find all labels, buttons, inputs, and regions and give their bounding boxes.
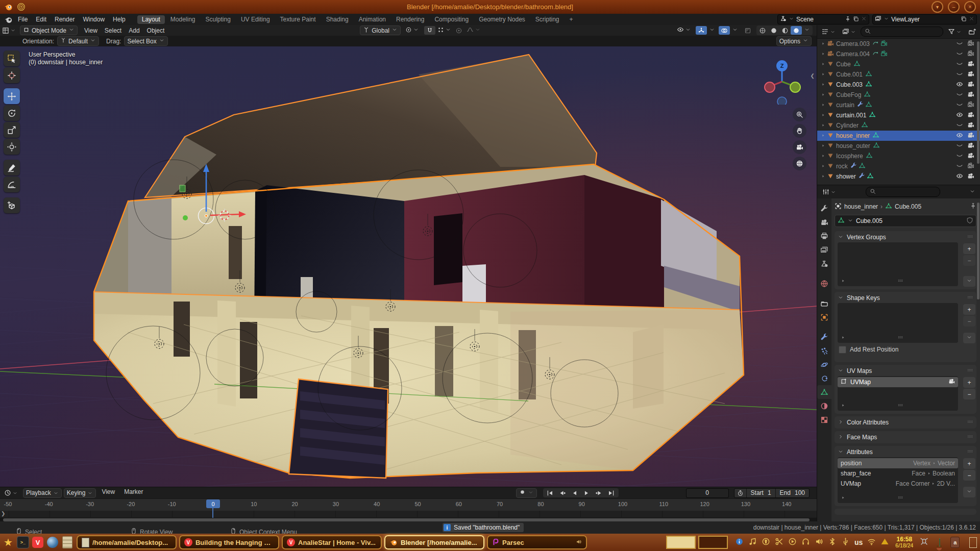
tool-rotate-button[interactable] [4,105,20,121]
staircase[interactable] [289,379,388,478]
tray-calculator-icon[interactable] [939,539,940,546]
remove-uv-map-button[interactable]: − [963,389,975,399]
outliner-row-Cube[interactable]: Cube [817,59,980,69]
properties-tab-particles[interactable] [817,344,831,358]
workspace-tab-animation[interactable]: Animation [354,15,390,24]
timeline-tracks[interactable] [0,511,817,517]
remove-viewlayer-icon[interactable] [969,16,974,23]
properties-tab-modifiers[interactable] [817,330,831,344]
hide-in-viewport-toggle[interactable] [956,142,963,151]
properties-tab-constraints[interactable] [817,371,831,385]
hide-in-viewport-toggle[interactable] [956,101,963,110]
window-titlebar[interactable]: Blender [/home/amalie/Desktop/blender/ba… [0,0,980,14]
taskbar-task-5[interactable]: Parsec [487,535,587,549]
mode-selector[interactable]: Object Mode [20,26,78,35]
object-visibility-selector[interactable] [675,26,693,35]
pin-icon[interactable] [845,16,851,23]
viewport-menu-object[interactable]: Object [143,27,168,34]
hide-in-viewport-toggle[interactable] [956,132,963,140]
jump-to-end-button[interactable] [605,488,618,497]
hide-in-viewport-toggle[interactable] [956,152,963,161]
disable-in-renders-toggle[interactable] [967,152,974,161]
launcher-file-manager[interactable] [61,536,74,549]
disable-in-renders-toggle[interactable] [967,132,974,140]
options-dropdown[interactable]: Options [776,36,812,46]
blender-menu-icon[interactable] [4,15,13,24]
tray-wifi-icon[interactable] [867,537,876,547]
jump-to-start-button[interactable] [544,488,556,497]
xray-toggle[interactable] [742,26,753,35]
pan-button[interactable] [793,124,806,138]
uv-maps-list[interactable]: UVMap [838,376,958,411]
playhead[interactable] [212,508,213,518]
window-menu-button[interactable]: ▾ [932,1,943,13]
add-uv-map-button[interactable]: + [963,377,975,388]
launcher-browser[interactable] [46,536,59,549]
add-shape-key-button[interactable]: + [963,304,975,315]
menu-window[interactable]: Window [79,14,109,25]
tool-transform-button[interactable] [4,139,20,155]
gizmos-toggle[interactable] [696,26,707,35]
panel-header[interactable]: Color Attributes [838,417,973,428]
proportional-editing-toggle[interactable] [453,26,464,35]
tool-tweak-select-button[interactable] [4,51,20,66]
viewport-menu-view[interactable]: View [81,27,101,34]
properties-scrollbar[interactable] [977,203,979,299]
tray-headset-icon[interactable] [801,537,810,547]
timeline-menu-keying[interactable]: Keying [64,488,96,498]
tray-music-icon[interactable] [748,537,757,547]
tray-bluetooth-icon[interactable] [828,537,837,547]
hide-in-viewport-toggle[interactable] [956,111,963,120]
zoom-button[interactable] [793,108,806,121]
3d-viewport[interactable]: User Perspective (0) downstair | house_i… [0,46,817,487]
launcher-vivaldi[interactable]: V [31,536,44,549]
close-button[interactable]: × [964,1,976,13]
editor-type-button[interactable] [820,188,838,196]
tool-measure-button[interactable] [4,177,20,192]
minimize-button[interactable]: – [948,1,960,13]
add-workspace-button[interactable]: + [565,15,578,24]
timeline-menu-playback[interactable]: Playback [23,488,62,498]
hide-in-viewport-toggle[interactable] [956,91,963,99]
new-collection-button[interactable] [966,28,978,36]
attribute-row-UVMap[interactable]: UVMapFace Corner2D V... [838,479,958,489]
workspace-tab-compositing[interactable]: Compositing [430,15,473,24]
outliner-row-Cube.003[interactable]: Cube.003 [817,80,980,90]
timeline-collapse-arrow[interactable]: ❯ [1,511,5,516]
hide-in-viewport-toggle[interactable] [956,60,963,69]
frame-start-field[interactable]: Start1 [747,489,775,496]
properties-tab-scene[interactable] [817,257,831,270]
snap-toggle[interactable] [424,26,435,35]
outliner-row-house_outer[interactable]: house_outer [817,141,980,151]
shading-dropdown[interactable] [802,26,812,35]
editor-type-button[interactable] [0,26,18,35]
disable-in-renders-toggle[interactable] [967,50,974,59]
tray-dictionary-icon[interactable]: a [950,537,960,548]
disable-in-renders-toggle[interactable] [967,142,974,151]
gizmos-dropdown[interactable] [707,26,717,35]
outliner-row-rock[interactable]: rock [817,161,980,171]
shading-rendered-button[interactable] [791,26,802,35]
menu-render[interactable]: Render [51,14,79,25]
vertex-groups-list[interactable] [838,242,958,286]
frame-end-field[interactable]: End100 [776,489,809,496]
properties-search-input[interactable] [866,187,940,197]
panel-header[interactable]: Attributes [838,447,973,457]
outliner-row-curtain.001[interactable]: curtain.001 [817,110,980,120]
tray-drone-icon[interactable] [919,537,929,548]
proportional-falloff-selector[interactable] [464,26,483,35]
add-vertex-group-button[interactable]: + [963,243,975,254]
outliner-display-mode[interactable] [840,28,858,36]
attribute-specials-button[interactable] [963,487,975,497]
shape-keys-list[interactable] [838,303,958,343]
properties-tab-collection[interactable] [817,296,831,310]
workspace-tab-scripting[interactable]: Scripting [531,15,564,24]
hide-in-viewport-toggle[interactable] [956,172,963,181]
taskbar-task-3[interactable]: VAnalieStar | Home - Viv... [282,535,382,549]
outliner-row-CubeFog[interactable]: CubeFog [817,90,980,100]
properties-options-dropdown[interactable] [967,188,977,196]
workspace-pager[interactable] [664,536,728,549]
outliner-scrollbar[interactable] [977,41,979,164]
disable-in-renders-toggle[interactable] [967,172,974,181]
viewlayer-selector[interactable]: ViewLayer [872,14,977,24]
